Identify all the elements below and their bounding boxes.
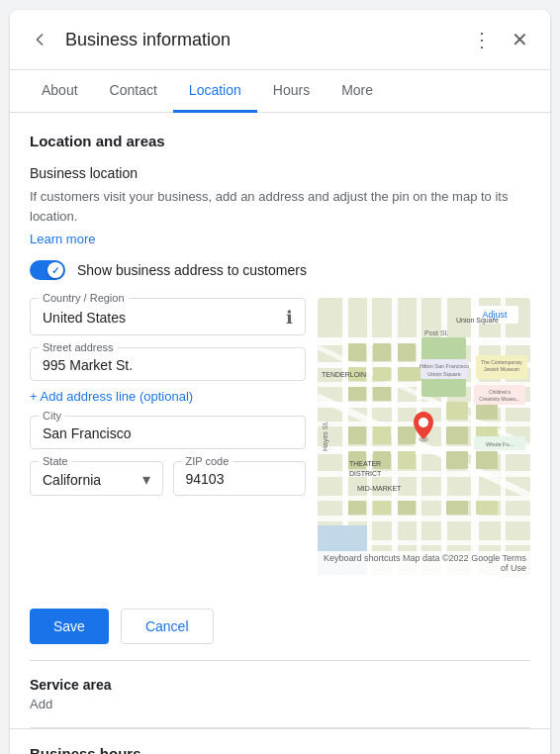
learn-more-link[interactable]: Learn more: [30, 232, 95, 246]
tab-location[interactable]: Location: [173, 70, 257, 113]
cancel-button[interactable]: Cancel: [121, 609, 214, 644]
toggle-check-icon: ✓: [51, 265, 59, 276]
close-button[interactable]: ✕: [506, 24, 534, 55]
info-icon[interactable]: ℹ: [286, 307, 293, 329]
svg-rect-20: [348, 343, 366, 361]
tab-more[interactable]: More: [326, 70, 389, 113]
svg-text:The Contemporary: The Contemporary: [481, 359, 522, 365]
main-card: Business information ⋮ ✕ About Contact L…: [10, 10, 550, 754]
svg-rect-12: [367, 298, 372, 575]
more-icon: ⋮: [472, 28, 492, 51]
save-button[interactable]: Save: [30, 609, 109, 644]
dropdown-arrow-icon: ▾: [142, 470, 150, 489]
show-address-toggle-row: ✓ Show business address to customers: [30, 260, 530, 280]
header: Business information ⋮ ✕: [10, 10, 550, 70]
service-area-title: Service area: [30, 677, 530, 693]
svg-text:Children's: Children's: [489, 389, 512, 395]
city-input[interactable]: [43, 425, 293, 441]
svg-rect-35: [398, 451, 416, 469]
svg-text:Union Square: Union Square: [456, 317, 499, 325]
svg-rect-40: [446, 402, 468, 420]
toggle-thumb: ✓: [47, 262, 63, 278]
svg-rect-27: [373, 387, 391, 401]
svg-rect-8: [318, 496, 530, 501]
svg-text:Hilton San Francisco: Hilton San Francisco: [420, 363, 470, 369]
service-area-add[interactable]: Add: [30, 697, 530, 711]
zip-field-wrap: ZIP code: [173, 461, 307, 496]
street-field-wrap: Street address: [30, 347, 306, 381]
more-button[interactable]: ⋮: [466, 24, 498, 55]
form-map-row: Country / Region ℹ Street address + Add …: [30, 298, 530, 575]
city-label: City: [39, 410, 65, 422]
close-icon: ✕: [512, 28, 528, 51]
svg-rect-44: [398, 501, 416, 515]
svg-rect-26: [348, 387, 366, 401]
svg-rect-30: [348, 426, 366, 444]
svg-text:MID-MARKET: MID-MARKET: [357, 485, 402, 492]
country-input[interactable]: [43, 310, 280, 326]
svg-rect-9: [318, 516, 530, 521]
map-container[interactable]: Post St. Hayes St. Adjust: [318, 298, 530, 575]
show-address-toggle[interactable]: ✓: [30, 260, 65, 280]
svg-rect-32: [398, 426, 416, 444]
svg-point-50: [419, 418, 428, 427]
svg-text:Whole Fo...: Whole Fo...: [486, 441, 514, 447]
country-label: Country / Region: [39, 292, 129, 304]
svg-rect-64: [474, 385, 525, 405]
service-area-section: Service area Add: [10, 661, 550, 727]
svg-rect-39: [476, 451, 498, 469]
form-col: Country / Region ℹ Street address + Add …: [30, 298, 306, 496]
svg-text:Post St.: Post St.: [424, 330, 449, 336]
tab-about[interactable]: About: [26, 70, 94, 113]
svg-rect-45: [446, 501, 468, 515]
state-select[interactable]: California New York Texas: [43, 472, 142, 488]
svg-rect-46: [476, 501, 498, 515]
state-zip-row: State California New York Texas ▾: [30, 461, 306, 496]
state-label: State: [39, 455, 72, 467]
main-content: Location and areas Business location If …: [10, 113, 550, 575]
map-footer: Keyboard shortcuts Map data ©2022 Google…: [318, 551, 530, 575]
tab-hours[interactable]: Hours: [257, 70, 326, 113]
header-actions: ⋮ ✕: [466, 24, 534, 55]
svg-rect-36: [446, 426, 468, 444]
business-location-label: Business location: [30, 165, 530, 181]
svg-text:Union Square: Union Square: [427, 371, 461, 377]
map-svg: Post St. Hayes St. Adjust: [318, 298, 530, 575]
page-title: Business information: [65, 30, 466, 50]
street-input[interactable]: [43, 357, 293, 373]
toggle-track: ✓: [30, 260, 65, 280]
toggle-label-text: Show business address to customers: [77, 262, 307, 278]
svg-text:Jewish Museum: Jewish Museum: [484, 366, 519, 372]
svg-text:THEATER: THEATER: [349, 460, 381, 467]
svg-rect-24: [373, 367, 391, 381]
zip-input[interactable]: [186, 471, 294, 487]
country-field-wrap: Country / Region ℹ: [30, 298, 306, 335]
state-field-wrap: State California New York Texas ▾: [30, 461, 163, 496]
svg-rect-38: [446, 451, 468, 469]
svg-text:DISTRICT: DISTRICT: [349, 470, 382, 477]
country-row: ℹ: [43, 307, 293, 329]
state-select-row: California New York Texas ▾: [43, 470, 150, 489]
svg-rect-22: [398, 343, 416, 361]
add-address-link[interactable]: + Add address line (optional): [30, 389, 306, 404]
tab-contact[interactable]: Contact: [94, 70, 173, 113]
action-row: Save Cancel: [10, 589, 550, 660]
svg-text:Creativity Museu...: Creativity Museu...: [479, 396, 519, 402]
city-field-wrap: City: [30, 416, 306, 449]
street-label: Street address: [39, 341, 118, 353]
business-hours-title: Business hours: [30, 745, 530, 754]
svg-rect-43: [373, 501, 391, 515]
business-hours-section: Business hours: [10, 728, 550, 754]
svg-rect-42: [348, 501, 366, 515]
zip-label: ZIP code: [182, 455, 233, 467]
map-col: Post St. Hayes St. Adjust: [318, 298, 530, 575]
location-areas-title: Location and areas: [30, 133, 530, 149]
svg-rect-21: [373, 343, 391, 361]
back-button[interactable]: [26, 26, 53, 53]
svg-rect-31: [373, 426, 391, 444]
description-text: If customers visit your business, add an…: [30, 187, 530, 226]
tab-bar: About Contact Location Hours More: [10, 70, 550, 113]
svg-text:TENDERLOIN: TENDERLOIN: [322, 371, 366, 378]
svg-text:Hayes St.: Hayes St.: [322, 422, 329, 451]
